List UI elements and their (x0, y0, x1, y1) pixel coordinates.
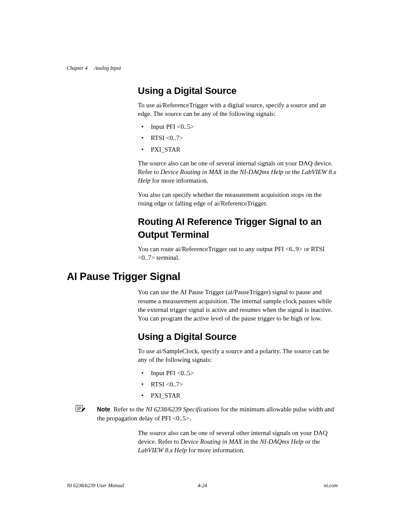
note-text: Note Refer to the NI 6238/6239 Specifica… (97, 406, 334, 421)
signal-list-2: Input PFI <0..5> RTSI <0..7> PXI_STAR (138, 369, 338, 400)
list-item: PXI_STAR (138, 145, 338, 154)
paragraph: You can use the AI Pause Trigger (ai/Pau… (138, 288, 338, 323)
list-item: RTSI <0..7> (138, 134, 338, 142)
chapter-title: Analog Input (94, 65, 121, 71)
doc-ref: LabVIEW 8.x Help (138, 447, 187, 454)
note-block: Note Refer to the NI 6238/6239 Specifica… (97, 405, 338, 423)
paragraph: The source also can be one of several in… (138, 159, 338, 185)
heading-using-digital-source-1: Using a Digital Source (138, 84, 338, 97)
body-content: Using a Digital Source To use ai/Referen… (138, 84, 338, 455)
footer-page-number: 4-24 (67, 482, 338, 489)
heading-using-digital-source-2: Using a Digital Source (138, 330, 338, 343)
paragraph: To use ai/ReferenceTrigger with a digita… (138, 101, 338, 118)
heading-routing-reference-trigger: Routing AI Reference Trigger Signal to a… (138, 215, 338, 241)
running-head: Chapter 4 Analog Input (67, 65, 121, 72)
doc-ref: Device Routing in MAX (160, 168, 222, 175)
doc-ref: Device Routing in MAX (181, 438, 242, 445)
note-icon (73, 404, 86, 416)
signal-list-1: Input PFI <0..5> RTSI <0..7> PXI_STAR (138, 122, 338, 154)
chapter-number: Chapter 4 (67, 65, 87, 71)
paragraph: You can route ai/ReferenceTrigger out to… (138, 245, 338, 262)
note-label: Note (97, 406, 110, 413)
paragraph: To use ai/SampleClock, specify a source … (138, 347, 338, 364)
doc-ref: NI-DAQmx Help (260, 438, 303, 445)
doc-ref: NI-DAQmx Help (240, 168, 283, 175)
heading-ai-pause-trigger: AI Pause Trigger Signal (67, 270, 338, 283)
list-item: Input PFI <0..5> (138, 369, 338, 377)
list-item: RTSI <0..7> (138, 380, 338, 389)
page-footer: NI 6238/6239 User Manual 4-24 ni.com (67, 482, 338, 489)
page: Chapter 4 Analog Input Using a Digital S… (0, 0, 411, 532)
list-item: Input PFI <0..5> (138, 122, 338, 131)
list-item: PXI_STAR (138, 391, 338, 400)
paragraph: You also can specify whether the measure… (138, 190, 338, 208)
paragraph: The source also can be one of several ot… (138, 429, 338, 455)
doc-ref: NI 6238/6239 Specifications (146, 406, 219, 413)
